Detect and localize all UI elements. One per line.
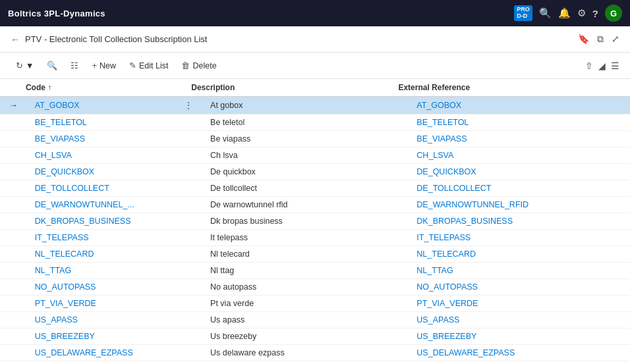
row-description: Be teletol [202,115,409,131]
gear-icon[interactable]: ⚙ [577,7,586,19]
search-icon: 🔍 [47,61,57,70]
row-external-reference: US_BREEZEBY [409,328,630,345]
table-row[interactable]: DK_BROPAS_BUSINESSDk bropas businessDK_B… [0,213,630,230]
row-actions [175,312,203,328]
table-row[interactable]: IT_TELEPASSIt telepassIT_TELEPASS [0,230,630,246]
edit-icon: ✎ [129,61,136,70]
row-code: PT_VIA_VERDE [27,296,175,312]
table-row[interactable]: NL_TTAGNl ttagNL_TTAG [0,263,630,279]
share-icon[interactable]: ⇧ [585,61,593,71]
toolbar: ↻ ▼ 🔍 ☷ + New ✎ Edit List 🗑 Delete ⇧ ◢ ☰ [0,53,630,79]
topbar-left: Boltrics 3PL-Dynamics [8,9,105,18]
row-code: DE_TOLLCOLLECT [27,180,175,197]
row-actions [175,263,203,279]
row-code: CH_LSVA [27,147,175,164]
col-description-header[interactable]: Description [183,79,390,97]
topbar: Boltrics 3PL-Dynamics PRO D-D 🔍 🔔 ⚙ ? G [0,0,630,26]
row-external-reference: NO_AUTOPASS [409,279,630,296]
row-code: DK_BROPAS_BUSINESS [27,213,175,230]
row-indicator [0,213,27,230]
search-button[interactable]: 🔍 [42,58,63,73]
row-indicator [0,164,27,180]
new-button[interactable]: + New [86,58,121,73]
table-row[interactable]: US_APASSUs apassUS_APASS [0,312,630,328]
table-row[interactable]: NO_AUTOPASSNo autopassNO_AUTOPASS [0,279,630,296]
back-button[interactable]: ← [11,34,20,45]
row-external-reference: DE_WARNOWTUNNEL_RFID [409,197,630,213]
col-external-ref-header[interactable]: External Reference [390,79,612,97]
row-external-reference: IT_TELEPASS [409,230,630,246]
row-indicator [0,279,27,296]
row-external-reference: NL_TTAG [409,263,630,279]
bookmark-icon[interactable]: 🔖 [578,34,589,45]
more-icon[interactable]: ☰ [611,61,619,71]
row-external-reference: NL_TELECARD [409,246,630,263]
row-description: Ch lsva [202,147,409,164]
row-menu-dots-icon[interactable]: ⋮ [184,100,193,111]
popout-icon[interactable]: ⧉ [597,34,604,45]
table-row[interactable]: DE_WARNOWTUNNEL_...De warnowtunnel rfidD… [0,197,630,213]
table-row[interactable]: BE_VIAPASSBe viapassBE_VIAPASS [0,131,630,147]
row-code: NL_TTAG [27,263,175,279]
environment-badge: PRO D-D [514,5,532,21]
bell-icon[interactable]: 🔔 [558,7,571,19]
edit-list-button[interactable]: ✎ Edit List [124,58,173,73]
row-description: At gobox [202,97,409,115]
help-icon[interactable]: ? [592,8,598,19]
row-actions [175,147,203,164]
filter-icon[interactable]: ◢ [598,61,606,71]
new-icon: + [92,61,97,70]
row-indicator: → [0,97,27,115]
search-icon[interactable]: 🔍 [539,7,552,19]
expand-icon[interactable]: ⤢ [612,34,619,45]
table-row[interactable]: DE_QUICKBOXDe quickboxDE_QUICKBOX [0,164,630,180]
row-actions [175,131,203,147]
row-actions [175,197,203,213]
table-scroll[interactable]: →AT_GOBOX⋮At goboxAT_GOBOXBE_TELETOLBe t… [0,97,630,364]
table-row[interactable]: DE_TOLLCOLLECTDe tollcollectDE_TOLLCOLLE… [0,180,630,197]
row-external-reference: DE_QUICKBOX [409,164,630,180]
row-code: US_DOWNBEACH_EXPR... [27,361,175,365]
row-description: No autopass [202,279,409,296]
new-label: New [100,61,116,70]
row-description: Us breezeby [202,328,409,345]
app-title: Boltrics 3PL-Dynamics [8,9,105,18]
row-description: De tollcollect [202,180,409,197]
row-indicator [0,361,27,365]
table-row[interactable]: BE_TELETOLBe teletolBE_TELETOL [0,115,630,131]
row-external-reference: CH_LSVA [409,147,630,164]
col-code-header[interactable]: Code ↑ [18,79,165,97]
row-code: BE_TELETOL [27,115,175,131]
delete-label: Delete [192,61,216,70]
row-actions [175,230,203,246]
row-description: It telepass [202,230,409,246]
open-in-excel-button[interactable]: ☷ [65,58,84,73]
row-actions [175,345,203,361]
delete-button[interactable]: 🗑 Delete [176,58,221,73]
row-indicator [0,197,27,213]
row-indicator [0,147,27,164]
row-description: Nl telecard [202,246,409,263]
row-code: NL_TELECARD [27,246,175,263]
row-actions [175,164,203,180]
table-row[interactable]: CH_LSVACh lsvaCH_LSVA [0,147,630,164]
toolbar-left: ↻ ▼ 🔍 ☷ + New ✎ Edit List 🗑 Delete [11,58,222,73]
breadcrumb-right: 🔖 ⧉ ⤢ [578,34,619,45]
refresh-button[interactable]: ↻ ▼ [11,58,39,73]
row-actions: ⋮ [175,97,203,115]
row-description: Us apass [202,312,409,328]
row-external-reference: US_DOWNBEACH_EXPRESSPASS [409,361,630,365]
content-area: Code ↑ Description External Reference →A… [0,79,630,364]
table-row[interactable]: PT_VIA_VERDEPt via verdePT_VIA_VERDE [0,296,630,312]
row-external-reference: US_DELAWARE_EZPASS [409,345,630,361]
table-row[interactable]: →AT_GOBOX⋮At goboxAT_GOBOX [0,97,630,115]
table-row[interactable]: US_DELAWARE_EZPASSUs delaware ezpassUS_D… [0,345,630,361]
row-description: De quickbox [202,164,409,180]
avatar[interactable]: G [605,5,622,22]
trash-icon: 🗑 [181,61,190,70]
table-row[interactable]: US_BREEZEBYUs breezebyUS_BREEZEBY [0,328,630,345]
row-code: IT_TELEPASS [27,230,175,246]
row-external-reference: US_APASS [409,312,630,328]
table-row[interactable]: NL_TELECARDNl telecardNL_TELECARD [0,246,630,263]
table-row[interactable]: US_DOWNBEACH_EXPR...Us downbeach express… [0,361,630,365]
